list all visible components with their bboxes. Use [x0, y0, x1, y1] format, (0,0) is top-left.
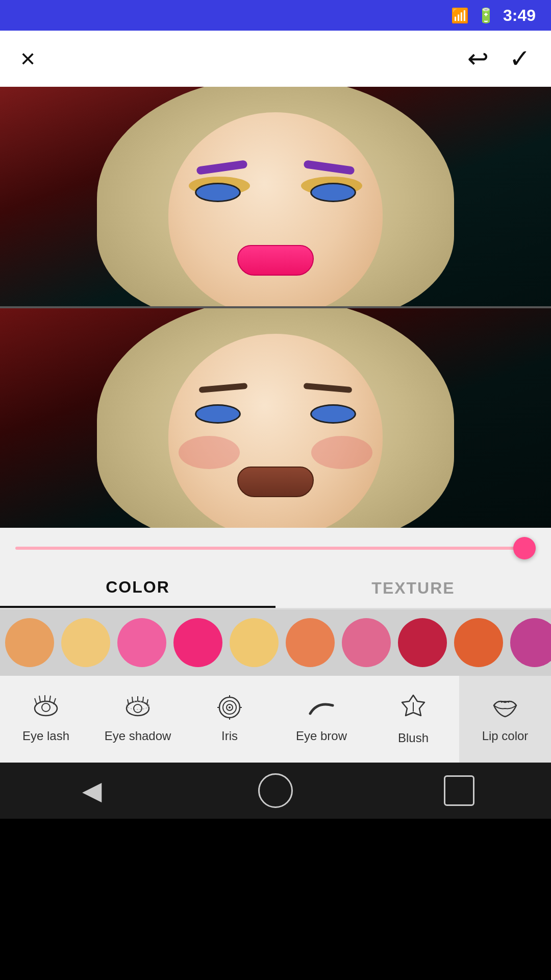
eye-shadow-icon [123, 695, 152, 724]
right-eye-top [310, 183, 356, 202]
svg-line-5 [49, 696, 51, 702]
slider-track[interactable] [15, 547, 536, 550]
recents-icon [444, 775, 474, 806]
eye-shadow-label: Eye shadow [105, 729, 171, 743]
battery-icon: 🔋 [477, 7, 495, 24]
tool-eye-brow[interactable]: Eye brow [276, 676, 367, 763]
blush-icon [399, 693, 428, 726]
eye-brow-label: Eye brow [296, 729, 347, 743]
tab-texture[interactable]: TEXTURE [276, 569, 551, 608]
svg-line-11 [132, 697, 133, 702]
iris-icon [215, 695, 244, 724]
face-top [168, 112, 383, 306]
tab-color[interactable]: COLOR [0, 569, 276, 608]
tool-bar: Eye lash Eye shadow [0, 676, 551, 763]
eye-brow-icon [307, 695, 336, 724]
svg-line-14 [147, 699, 148, 704]
color-swatch-list [0, 609, 551, 676]
top-bar: × ↩ ✓ [0, 31, 551, 87]
tool-eye-lash[interactable]: Eye lash [0, 676, 92, 763]
intensity-slider[interactable] [0, 528, 551, 569]
eye-lash-icon [32, 695, 60, 724]
right-eyebrow-top [303, 160, 355, 175]
svg-line-3 [39, 696, 40, 702]
svg-line-2 [35, 698, 37, 704]
back-button[interactable]: ◀ [71, 770, 112, 811]
svg-point-1 [42, 703, 50, 712]
left-eyebrow-bottom [199, 383, 248, 393]
swatch-5[interactable] [230, 618, 279, 667]
home-icon [258, 773, 293, 808]
status-bar: 📶 🔋 3:49 [0, 0, 551, 31]
iris-label: Iris [221, 729, 238, 743]
undo-button[interactable]: ↩ [467, 46, 489, 71]
tool-eye-shadow[interactable]: Eye shadow [92, 676, 184, 763]
svg-point-7 [127, 701, 149, 716]
left-eyebrow-top [196, 160, 247, 175]
tab-bar: COLOR TEXTURE [0, 569, 551, 609]
eye-lash-label: Eye lash [22, 729, 69, 743]
left-blush-bottom [179, 436, 240, 469]
swatch-9[interactable] [454, 618, 503, 667]
left-eye-top [195, 183, 241, 202]
svg-point-18 [229, 706, 231, 708]
lip-color-label: Lip color [482, 729, 529, 743]
tool-lip-color[interactable]: Lip color [459, 676, 551, 763]
confirm-button[interactable]: ✓ [509, 46, 531, 71]
right-eye-bottom [310, 404, 356, 424]
lips-top [237, 245, 314, 276]
top-photo [0, 87, 551, 306]
tool-blush[interactable]: Blush [367, 676, 459, 763]
svg-line-10 [128, 699, 129, 704]
left-eye-bottom [195, 404, 241, 424]
svg-point-8 [127, 701, 149, 709]
recents-button[interactable] [439, 770, 480, 811]
bottom-photo [0, 308, 551, 528]
swatch-1[interactable] [5, 618, 54, 667]
swatch-2[interactable] [61, 618, 110, 667]
right-eyebrow-bottom [304, 383, 353, 393]
back-icon: ◀ [82, 776, 102, 805]
swatch-8[interactable] [398, 618, 447, 667]
swatch-4[interactable] [173, 618, 222, 667]
svg-point-9 [134, 704, 142, 713]
lte-icon: 📶 [451, 7, 469, 24]
blush-label: Blush [398, 731, 429, 745]
face-bottom [168, 334, 383, 528]
swatch-7[interactable] [342, 618, 391, 667]
swatch-10[interactable] [510, 618, 551, 667]
close-button[interactable]: × [20, 46, 35, 71]
bottom-nav: ◀ [0, 763, 551, 819]
home-button[interactable] [255, 770, 296, 811]
swatch-6[interactable] [286, 618, 335, 667]
right-blush-bottom [311, 436, 372, 469]
tool-iris[interactable]: Iris [184, 676, 276, 763]
svg-line-13 [143, 697, 143, 702]
slider-thumb[interactable] [513, 537, 536, 559]
time-display: 3:49 [503, 6, 536, 25]
swatch-3[interactable] [117, 618, 166, 667]
lips-bottom [237, 467, 314, 497]
lip-color-icon [491, 695, 519, 724]
